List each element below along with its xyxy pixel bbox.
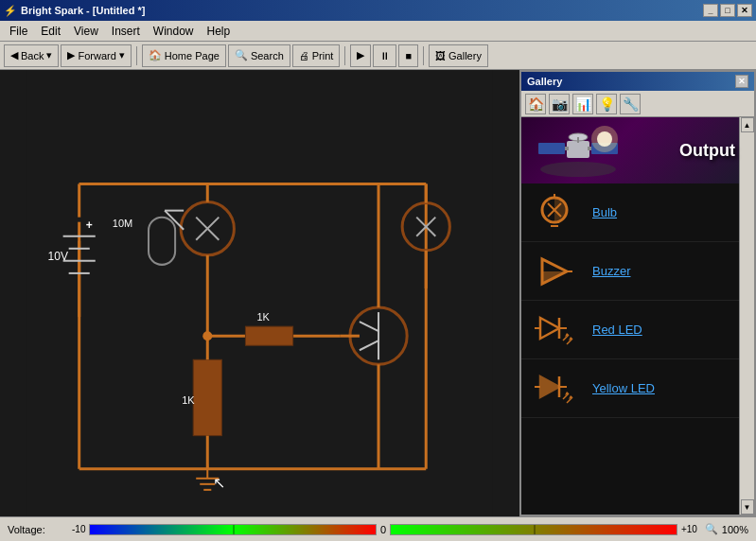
title-bar-left: ⚡ Bright Spark - [Untitled *] (4, 5, 145, 17)
gallery-scrollbar[interactable]: ▲ ▼ (739, 117, 754, 515)
separator-2 (344, 46, 345, 65)
voltage-bar-right (390, 524, 677, 535)
svg-rect-39 (193, 359, 221, 435)
menu-bar: File Edit View Insert Window Help (0, 21, 756, 42)
gallery-title-bar: Gallery ✕ (521, 72, 754, 91)
play-icon: ▶ (357, 49, 364, 61)
gallery-home-btn[interactable]: 🏠 (525, 94, 546, 114)
search-icon: 🔍 (235, 49, 248, 61)
print-label: Print (312, 50, 334, 61)
gallery-camera-btn[interactable]: 📷 (549, 94, 570, 114)
circuit-diagram: + 10V 10M (0, 70, 519, 516)
print-button[interactable]: 🖨 Print (292, 44, 341, 67)
svg-text:1K: 1K (256, 311, 270, 323)
svg-text:↖: ↖ (213, 474, 225, 491)
gallery-wrench-btn[interactable]: 🔧 (620, 94, 641, 114)
gallery-title: Gallery (527, 76, 562, 87)
menu-help[interactable]: Help (202, 23, 237, 40)
minimize-button[interactable]: _ (703, 4, 718, 17)
svg-rect-52 (565, 147, 569, 150)
pause-button[interactable]: ⏸ (373, 44, 396, 67)
svg-text:10V: 10V (48, 250, 68, 263)
home-button[interactable]: 🏠 Home Page (142, 44, 226, 67)
home-label: Home Page (165, 50, 220, 61)
back-button[interactable]: ◀ Back ▾ (4, 44, 59, 67)
zoom-label: 100% (722, 524, 748, 535)
menu-edit[interactable]: Edit (35, 23, 66, 40)
forward-button[interactable]: ▶ Forward ▾ (61, 44, 131, 67)
gallery-toolbar: 🏠 📷 📊 💡 🔧 (521, 91, 754, 117)
gallery-item-yellow-led[interactable]: Yellow LED (521, 359, 754, 418)
gallery-content[interactable]: Bulb Buzzer (521, 183, 754, 515)
gallery-red-led-label: Red LED (592, 323, 642, 337)
back-icon: ◀ (10, 49, 18, 61)
scroll-up-button[interactable]: ▲ (741, 117, 754, 132)
main-area: + 10V 10M (0, 70, 756, 516)
svg-rect-0 (26, 70, 492, 516)
title-bar-controls: _ □ ✕ (703, 4, 752, 17)
scroll-down-button[interactable]: ▼ (741, 499, 754, 515)
back-label: Back (21, 50, 44, 61)
voltage-label: Voltage: (8, 524, 64, 535)
svg-text:1K: 1K (182, 394, 195, 406)
window-title: Bright Spark - [Untitled *] (21, 5, 145, 16)
buzzer-icon (531, 250, 578, 292)
menu-file[interactable]: File (4, 23, 33, 40)
toolbar: ◀ Back ▾ ▶ Forward ▾ 🏠 Home Page 🔍 Searc… (0, 42, 756, 70)
gallery-buzzer-label: Buzzer (592, 264, 630, 278)
svg-rect-49 (567, 141, 589, 158)
voltage-neg-label: -10 (72, 524, 85, 534)
forward-icon: ▶ (67, 49, 75, 61)
voltage-pos-label: +10 (681, 524, 697, 534)
maximize-button[interactable]: □ (720, 4, 735, 17)
separator-1 (136, 46, 137, 65)
gallery-item-buzzer[interactable]: Buzzer (521, 242, 754, 301)
close-button[interactable]: ✕ (737, 4, 752, 17)
bulb-icon (531, 191, 578, 234)
stop-button[interactable]: ■ (398, 44, 418, 67)
satellite-icon (531, 122, 625, 183)
title-bar: ⚡ Bright Spark - [Untitled *] _ □ ✕ (0, 0, 756, 21)
voltage-bar (89, 524, 377, 535)
svg-rect-50 (538, 143, 565, 154)
red-led-icon (531, 308, 578, 351)
canvas-area[interactable]: + 10V 10M (0, 70, 519, 516)
gallery-chart-btn[interactable]: 📊 (572, 94, 593, 114)
zoom-icon: 🔍 (705, 523, 718, 535)
app-icon: ⚡ (4, 5, 17, 17)
play-button[interactable]: ▶ (350, 44, 371, 67)
svg-text:10M: 10M (113, 218, 132, 229)
menu-insert[interactable]: Insert (106, 23, 146, 40)
pause-icon: ⏸ (379, 50, 390, 61)
gallery-button[interactable]: 🖼 Gallery (429, 44, 488, 67)
gallery-item-bulb[interactable]: Bulb (521, 183, 754, 242)
yellow-led-icon (531, 367, 578, 410)
svg-point-48 (540, 162, 616, 177)
gallery-panel: Gallery ✕ 🏠 📷 📊 💡 🔧 (519, 70, 756, 516)
gallery-bulb-label: Bulb (592, 205, 617, 219)
gallery-bulb-btn[interactable]: 💡 (596, 94, 617, 114)
gallery-yellow-led-label: Yellow LED (592, 381, 655, 395)
voltage-zero-label: 0 (380, 524, 386, 535)
gallery-item-red-led[interactable]: Red LED (521, 301, 754, 359)
svg-point-57 (591, 126, 618, 152)
separator-3 (423, 46, 424, 65)
svg-text:+: + (86, 218, 93, 232)
voltage-bar-container: -10 0 +10 (72, 524, 697, 535)
forward-label: Forward (78, 50, 115, 61)
search-button[interactable]: 🔍 Search (228, 44, 290, 67)
back-chevron: ▾ (46, 49, 52, 61)
gallery-header-title: Output (679, 141, 735, 161)
menu-window[interactable]: Window (148, 23, 200, 40)
gallery-header-image: Output (521, 117, 754, 183)
gallery-label: Gallery (448, 50, 482, 61)
gallery-icon: 🖼 (435, 50, 446, 61)
stop-icon: ■ (405, 50, 412, 61)
zoom-display: 🔍 100% (705, 523, 748, 535)
svg-rect-36 (245, 326, 292, 345)
menu-view[interactable]: View (68, 23, 104, 40)
status-bar: Voltage: -10 0 +10 🔍 100% (0, 516, 756, 541)
search-label: Search (251, 50, 284, 61)
gallery-close-button[interactable]: ✕ (735, 75, 748, 88)
print-icon: 🖨 (299, 50, 309, 61)
